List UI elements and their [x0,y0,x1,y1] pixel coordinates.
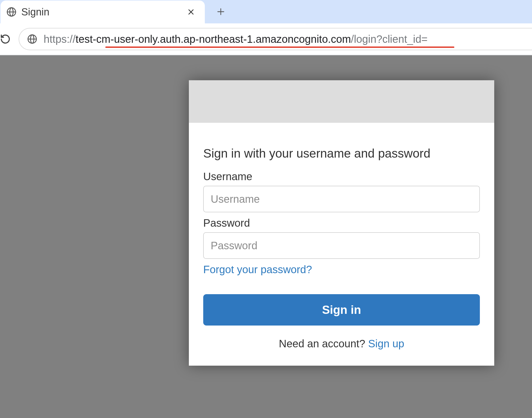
password-input[interactable] [203,232,480,259]
card-banner [189,80,494,123]
url-path: /login?client_id= [351,33,427,45]
close-icon[interactable] [185,8,197,16]
forgot-password-link[interactable]: Forgot your password? [203,264,312,276]
browser-toolbar: https://test-cm-user-only.auth.ap-northe… [0,23,532,55]
password-label: Password [203,217,480,229]
username-input[interactable] [203,186,480,212]
signup-link[interactable]: Sign up [368,338,404,350]
url-text: https://test-cm-user-only.auth.ap-northe… [44,33,427,45]
need-account-text: Need an account? [279,338,368,349]
url-scheme: https:// [44,33,76,45]
tab-title: Signin [21,6,185,18]
globe-icon [6,7,16,17]
url-domain: test-cm-user-only.auth.ap-northeast-1.am… [76,33,351,45]
signup-prompt: Need an account? Sign up [203,338,480,350]
address-bar[interactable]: https://test-cm-user-only.auth.ap-northe… [19,28,532,50]
browser-tab[interactable]: Signin [1,1,205,23]
signin-button[interactable]: Sign in [203,294,480,326]
site-globe-icon [27,34,37,44]
username-label: Username [203,171,480,183]
url-highlight-annotation [105,47,454,48]
page-body: Sign in with your username and password … [0,55,532,418]
reload-button[interactable] [0,34,13,44]
new-tab-button[interactable] [213,4,229,20]
tab-strip: Signin [0,0,532,23]
signin-card: Sign in with your username and password … [189,80,494,366]
signin-heading: Sign in with your username and password [203,146,480,161]
browser-chrome: Signin [0,0,532,55]
